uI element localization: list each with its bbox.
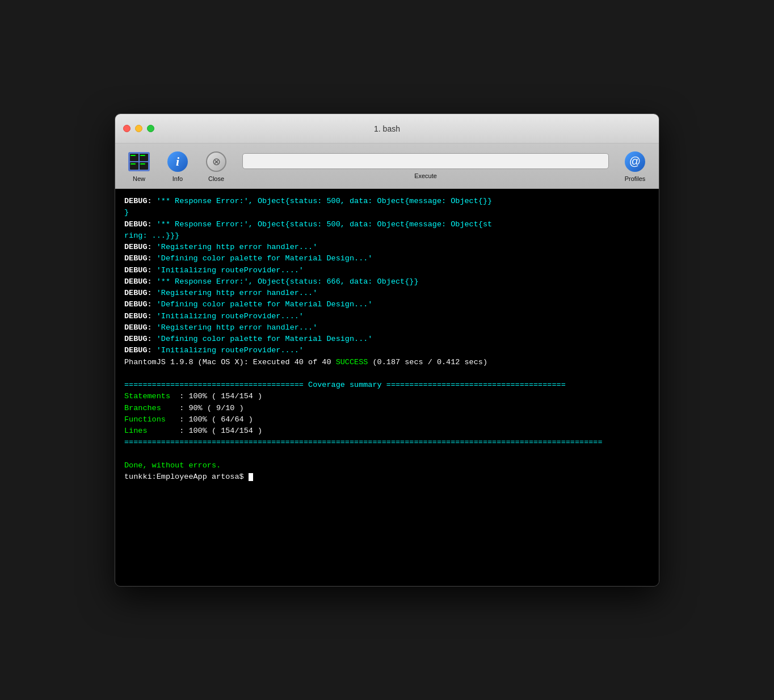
terminal-line: DEBUG: 'Initializing routeProvider....' [124,311,650,322]
info-button[interactable]: i Info [159,146,196,186]
execute-area: Execute [237,153,615,179]
terminal-line: Statements : 100% ( 154/154 ) [124,391,650,402]
terminal-line: DEBUG: 'Registering http error handler..… [124,288,650,299]
info-icon: i [166,150,189,173]
toolbar: New i Info ⊗ Close Execute @ Profiles [115,144,659,189]
terminal-output: DEBUG: '** Response Error:', Object{stat… [115,189,659,586]
terminal-line: ======================================= … [124,379,650,391]
terminal-line: DEBUG: '** Response Error:', Object{stat… [124,276,650,288]
info-label: Info [173,175,183,182]
profiles-icon: @ [624,150,646,173]
execute-label: Execute [414,172,437,179]
terminal-line: ring: ...}}} [124,230,650,242]
window-controls [123,125,154,132]
terminal-line: DEBUG: 'Initializing routeProvider....' [124,265,650,276]
terminal-line: Lines : 100% ( 154/154 ) [124,425,650,437]
profiles-button[interactable]: @ Profiles [617,146,653,186]
close-button[interactable] [123,125,131,132]
terminal-line: DEBUG: 'Defining color palette for Mater… [124,299,650,310]
terminal-line: DEBUG: 'Registering http error handler..… [124,242,650,253]
terminal-line: Branches : 90% ( 9/10 ) [124,403,650,414]
terminal-window: 1. bash New i Info ⊗ [115,113,659,587]
terminal-line: PhantomJS 1.9.8 (Mac OS X): Executed 40 … [124,357,650,368]
titlebar: 1. bash [115,114,659,144]
terminal-line: DEBUG: 'Defining color palette for Mater… [124,334,650,345]
minimize-button[interactable] [135,125,142,132]
terminal-line: DEBUG: 'Registering http error handler..… [124,322,650,334]
terminal-line: ========================================… [124,437,650,448]
new-label: New [133,175,145,182]
close-icon: ⊗ [205,150,228,173]
profiles-label: Profiles [625,175,646,182]
close-label: Close [208,175,224,182]
maximize-button[interactable] [147,125,154,132]
terminal-line: Functions : 100% ( 64/64 ) [124,414,650,425]
close-toolbar-button[interactable]: ⊗ Close [198,146,234,186]
execute-input[interactable] [242,153,609,169]
terminal-line: DEBUG: 'Initializing routeProvider....' [124,345,650,356]
window-title: 1. bash [374,124,400,133]
terminal-line: DEBUG: '** Response Error:', Object{stat… [124,196,650,207]
new-icon [128,150,150,173]
terminal-line: DEBUG: '** Response Error:', Object{stat… [124,219,650,230]
terminal-line: tunkki:EmployeeApp artosa$ [124,471,650,483]
terminal-line: Done, without errors. [124,460,650,471]
terminal-line: DEBUG: 'Defining color palette for Mater… [124,253,650,264]
new-button[interactable]: New [121,146,157,186]
terminal-line: } [124,207,650,218]
